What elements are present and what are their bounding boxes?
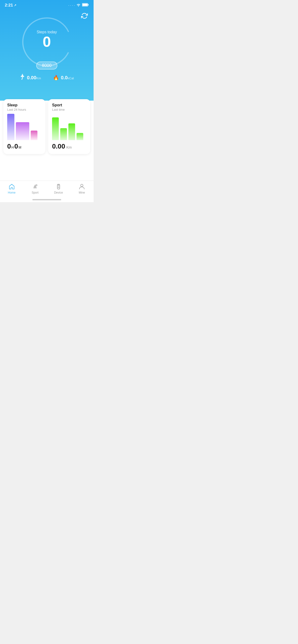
nav-label-mine: Mine: [79, 191, 85, 194]
sleep-minutes-unit: M: [19, 146, 21, 149]
calories-unit: kCal: [68, 76, 74, 80]
sleep-chart: [7, 112, 42, 142]
sport-distance-unit: Km: [66, 145, 72, 149]
goal-badge: 8000: [36, 62, 57, 70]
refresh-button[interactable]: [81, 12, 89, 20]
nav-item-mine[interactable]: Mine: [70, 183, 94, 194]
sleep-card-subtitle: Last 24 hours: [7, 108, 42, 112]
nav-label-home: Home: [8, 191, 16, 194]
nav-label-sport: Sport: [32, 191, 39, 194]
calories-stat: 🔥 0.0kCal: [53, 75, 74, 80]
device-icon: [55, 183, 62, 190]
signal-dots-icon: · · · ·: [68, 3, 75, 7]
mine-icon: [78, 183, 85, 190]
sport-bar-1: [52, 118, 59, 140]
status-bar: 2:21 ↗ · · · ·: [0, 0, 94, 9]
sport-value-row: 0.00 Km: [52, 142, 86, 150]
location-arrow-icon: ↗: [14, 4, 16, 7]
wifi-icon: [76, 3, 81, 8]
sleep-hours-value: 0: [7, 142, 11, 150]
sport-icon: [32, 183, 38, 190]
nav-item-sport[interactable]: Sport: [24, 183, 47, 194]
sleep-minutes-value: 0: [14, 142, 18, 150]
sport-card[interactable]: Sport Last time 0.00 Km: [48, 99, 90, 154]
svg-rect-2: [83, 4, 88, 6]
status-time: 2:21: [5, 3, 13, 8]
nav-item-device[interactable]: Device: [47, 183, 70, 194]
header-background: 2:21 ↗ · · · ·: [0, 0, 94, 100]
svg-point-9: [81, 184, 83, 187]
svg-rect-1: [88, 4, 89, 6]
nav-label-device: Device: [54, 191, 63, 194]
sport-card-title: Sport: [52, 103, 86, 107]
sleep-bar-1: [7, 114, 14, 140]
svg-rect-5: [57, 184, 60, 189]
sleep-hours-unit: H: [12, 146, 14, 149]
sport-distance-value: 0.00: [52, 142, 65, 150]
sleep-card-title: Sleep: [7, 103, 42, 107]
stats-row: 0.00Km 🔥 0.0kCal: [20, 74, 74, 82]
sport-bar-3: [68, 124, 75, 140]
sleep-value-row: 0 H 0 M: [7, 142, 42, 150]
cards-section: Sleep Last 24 hours 0 H 0 M Sport Last t…: [0, 96, 94, 154]
steps-value: 0: [43, 34, 51, 49]
sport-bar-4: [77, 133, 83, 140]
calories-value: 0.0: [61, 75, 68, 80]
steps-gauge[interactable]: Steps today 0 8000: [19, 14, 74, 70]
distance-unit: Km: [36, 76, 41, 80]
battery-icon: [82, 3, 89, 8]
home-indicator: [32, 199, 61, 200]
svg-point-4: [36, 185, 37, 186]
svg-point-6: [58, 185, 59, 186]
sport-chart: [52, 112, 86, 142]
sport-card-subtitle: Last time: [52, 108, 86, 112]
flame-icon: 🔥: [53, 75, 59, 80]
home-icon: [9, 183, 15, 190]
distance-value: 0.00: [27, 75, 36, 80]
walk-icon: [20, 74, 25, 82]
sleep-card[interactable]: Sleep Last 24 hours 0 H 0 M: [3, 99, 45, 154]
distance-stat: 0.00Km: [20, 74, 41, 82]
sleep-bar-2: [16, 122, 29, 140]
sport-bar-2: [60, 128, 67, 140]
nav-item-home[interactable]: Home: [0, 183, 24, 194]
sleep-bar-3: [31, 130, 37, 140]
